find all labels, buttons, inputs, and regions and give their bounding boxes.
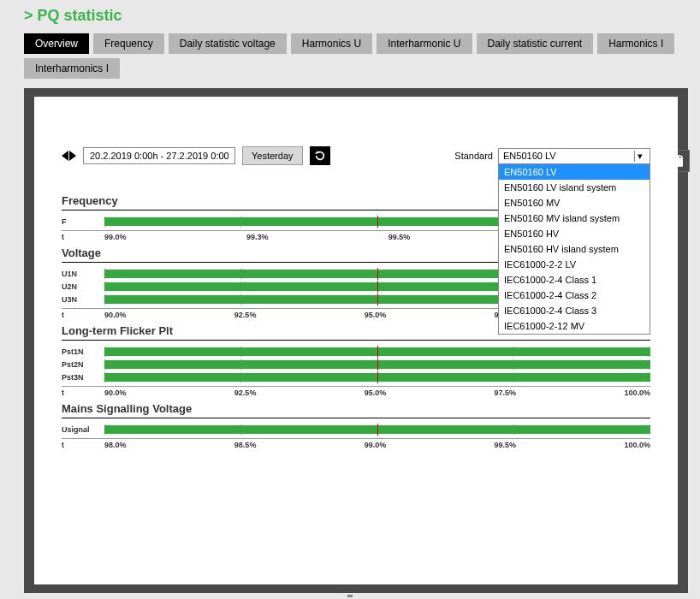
chart-row: Usignal xyxy=(62,424,650,436)
chart-row: Pst3N xyxy=(62,371,650,383)
row-label: Pst2N xyxy=(62,360,104,369)
row-label: U1N xyxy=(62,270,104,278)
bar-area xyxy=(104,359,650,370)
standard-select[interactable]: EN50160 LV ▾ xyxy=(498,148,650,164)
tab-bar: OverviewFrequencyDaily statistic voltage… xyxy=(0,33,700,83)
tick-label: 95.0% xyxy=(365,388,387,397)
tab-daily-statistic-voltage[interactable]: Daily statistic voltage xyxy=(169,33,287,54)
row-label: U3N xyxy=(62,295,104,304)
axis-ticks: 98.0%98.5%99.0%99.5%100.0% xyxy=(104,441,650,449)
tick-label: 99.0% xyxy=(365,441,387,449)
axis-label: t xyxy=(62,311,104,319)
threshold-marker xyxy=(377,424,378,436)
row-label: Pst3N xyxy=(62,373,104,382)
standard-option[interactable]: EN50160 LV xyxy=(499,164,650,180)
tick-label: 99.5% xyxy=(495,441,517,449)
tab-harmonics-i[interactable]: Harmonics I xyxy=(597,33,674,54)
tab-daily-statistic-current[interactable]: Daily statistic current xyxy=(477,33,594,54)
axis: t98.0%98.5%99.0%99.5%100.0% xyxy=(62,438,650,449)
bar-area xyxy=(104,372,650,383)
horizontal-scrollbar[interactable] xyxy=(9,595,691,599)
tab-overview[interactable]: Overview xyxy=(24,33,89,54)
tick-label: 98.5% xyxy=(234,441,257,449)
standard-option[interactable]: EN50160 HV island system xyxy=(499,241,650,257)
page-title: > PQ statistic xyxy=(0,0,700,33)
standard-option[interactable]: EN50160 LV island system xyxy=(499,180,650,195)
threshold-marker xyxy=(377,294,378,305)
tick-label: 97.5% xyxy=(495,388,517,397)
row-label: Usignal xyxy=(62,425,104,434)
tick-label: 100.0% xyxy=(624,388,650,397)
tick-label: 99.3% xyxy=(246,233,269,241)
standard-selected-value: EN50160 LV xyxy=(503,151,556,161)
chart-section: Long-term Flicker PltPst1NPst2NPst3Nt90.… xyxy=(62,324,650,397)
threshold-marker xyxy=(377,371,378,383)
tab-frequency[interactable]: Frequency xyxy=(93,33,164,54)
bar-area xyxy=(104,424,650,435)
chevron-down-icon: ▾ xyxy=(634,151,645,162)
tab-interharmonics-i[interactable]: Interharmonics I xyxy=(24,58,120,79)
yesterday-button[interactable]: Yesterday xyxy=(242,146,303,165)
standard-option[interactable]: IEC61000-2-4 Class 1 xyxy=(499,272,650,288)
date-range-input[interactable] xyxy=(83,147,235,164)
row-label: U2N xyxy=(62,282,104,291)
standard-option[interactable]: IEC61000-2-12 MV xyxy=(499,318,650,334)
standard-option[interactable]: IEC61000-2-4 Class 2 xyxy=(499,288,650,303)
standard-option[interactable]: EN50160 HV xyxy=(499,226,650,241)
refresh-icon xyxy=(314,150,326,162)
axis-label: t xyxy=(62,441,104,449)
threshold-marker xyxy=(377,268,378,280)
tick-label: 92.5% xyxy=(234,311,257,319)
standard-dropdown: EN50160 LVEN50160 LV island systemEN5016… xyxy=(498,164,650,335)
tick-label: 90.0% xyxy=(104,311,127,319)
date-nav-arrows[interactable] xyxy=(62,151,76,161)
tick-label: 99.5% xyxy=(389,233,411,241)
axis: t90.0%92.5%95.0%97.5%100.0% xyxy=(62,386,650,397)
tick-label: 99.0% xyxy=(104,233,127,241)
tick-label: 92.5% xyxy=(234,388,257,397)
tick-label: 90.0% xyxy=(104,388,127,397)
tab-harmonics-u[interactable]: Harmonics U xyxy=(291,33,372,54)
tick-label: 98.0% xyxy=(104,441,127,449)
chart-row: Pst2N xyxy=(62,359,650,371)
arrow-left-icon xyxy=(62,151,68,161)
threshold-marker xyxy=(377,346,378,358)
chart-section: Mains Signalling VoltageUsignalt98.0%98.… xyxy=(62,402,650,449)
standard-label: Standard xyxy=(454,148,493,161)
tick-label: 100.0% xyxy=(624,441,650,449)
axis-label: t xyxy=(62,388,104,397)
section-title: Mains Signalling Voltage xyxy=(62,402,650,418)
axis-label: t xyxy=(62,233,104,241)
standard-option[interactable]: EN50160 MV xyxy=(499,195,650,211)
threshold-marker xyxy=(377,281,378,293)
panel-inner: Yesterday Standard EN50160 LV ▾ EN50160 … xyxy=(34,97,678,584)
chart-row: Pst1N xyxy=(62,346,650,358)
content-panel: Yesterday Standard EN50160 LV ▾ EN50160 … xyxy=(24,88,688,593)
bar-area xyxy=(104,347,650,357)
tab-interharmonic-u[interactable]: Interharmonic U xyxy=(377,33,472,54)
axis-ticks: 90.0%92.5%95.0%97.5%100.0% xyxy=(104,388,650,397)
row-label: Pst1N xyxy=(62,347,104,356)
row-label: F xyxy=(62,217,104,226)
standard-option[interactable]: IEC61000-2-4 Class 3 xyxy=(499,303,650,318)
threshold-marker xyxy=(377,216,378,228)
threshold-marker xyxy=(377,359,378,371)
standard-option[interactable]: IEC61000-2-2 LV xyxy=(499,257,650,272)
arrow-right-icon xyxy=(69,151,76,161)
tick-label: 95.0% xyxy=(365,311,387,319)
toolbar: Yesterday Standard EN50160 LV ▾ EN50160 … xyxy=(62,146,650,165)
refresh-button[interactable] xyxy=(310,146,330,165)
standard-option[interactable]: EN50160 MV island system xyxy=(499,211,650,226)
